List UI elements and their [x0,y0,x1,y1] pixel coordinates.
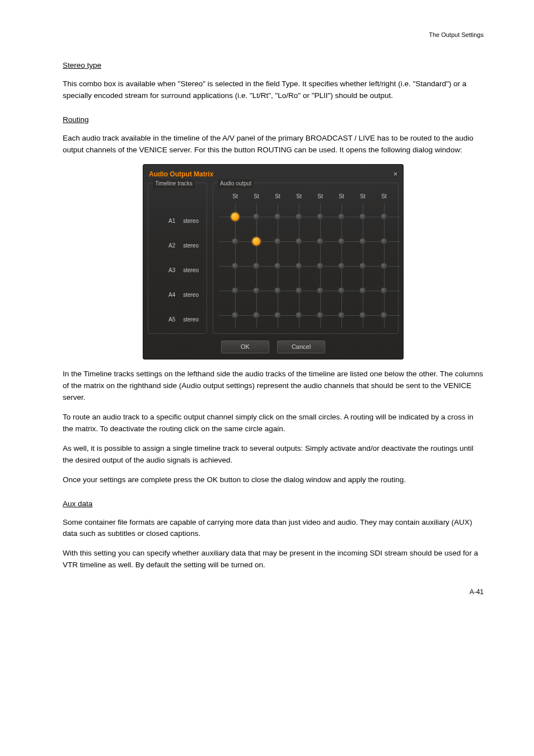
matrix-node[interactable] [296,263,302,269]
close-icon[interactable]: × [394,171,397,178]
matrix-node[interactable] [296,287,302,294]
matrix-node[interactable] [232,287,238,294]
track-id: A2 [168,241,175,250]
paragraph-routing-click: To route an audio track to a specific ou… [63,412,484,435]
matrix-node[interactable] [232,263,238,269]
paragraph-aux-2: With this setting you can specify whethe… [63,548,484,571]
output-column-header: St [246,192,267,201]
output-column-header: St [352,192,373,201]
matrix-node[interactable] [359,312,366,319]
paragraph-routing-intro: Each audio track available in the timeli… [63,133,484,156]
matrix-node[interactable] [274,238,281,245]
matrix-node[interactable] [381,263,387,269]
matrix-node[interactable] [253,312,260,319]
matrix-node[interactable] [338,287,345,294]
matrix-node[interactable] [296,213,302,220]
matrix-node[interactable] [232,312,238,319]
matrix-node[interactable] [232,238,238,245]
matrix-node[interactable] [381,287,387,294]
matrix-node[interactable] [317,263,324,269]
paragraph-multi-output: As well, it is possible to assign a sing… [63,443,484,466]
matrix-node[interactable] [317,213,324,220]
track-row: A5stereo [152,307,203,332]
matrix-node[interactable] [381,312,387,319]
timeline-tracks-legend: Timeline tracks [153,179,195,188]
matrix-node[interactable] [359,263,366,269]
matrix-node[interactable] [381,238,387,245]
output-column-header: St [373,192,395,201]
matrix-node[interactable] [274,263,281,269]
matrix-node[interactable] [274,312,281,319]
heading-stereo-type: Stereo type [63,60,484,72]
matrix-node[interactable] [274,213,281,220]
track-row: A2stereo [152,234,203,258]
matrix-node-active[interactable] [231,212,240,221]
track-id: A5 [168,315,175,324]
heading-aux-data: Aux data [63,498,484,510]
matrix-node[interactable] [381,213,387,220]
audio-output-panel: Audio output StStStStStStStSt [213,183,399,334]
dialog-window: Audio Output Matrix × Timeline tracks A1… [143,164,404,360]
matrix-node[interactable] [359,213,366,220]
audio-output-legend: Audio output [218,179,254,188]
track-id: A1 [168,217,175,226]
timeline-tracks-panel: Timeline tracks A1stereoA2stereoA3stereo… [148,183,207,334]
matrix-node[interactable] [317,312,324,319]
matrix-node[interactable] [317,287,324,294]
dialog-title: Audio Output Matrix [149,169,213,180]
track-row: A3stereo [152,258,203,283]
page-header-right: The Output Settings [63,30,484,40]
cancel-button[interactable]: Cancel [277,340,325,353]
matrix-node[interactable] [274,287,281,294]
matrix-node[interactable] [296,238,302,245]
track-type: stereo [183,217,199,226]
ok-button[interactable]: OK [221,340,269,353]
paragraph-stereo-type: This combo box is available when "Stereo… [63,78,484,102]
audio-output-matrix-screenshot: Audio Output Matrix × Timeline tracks A1… [143,164,404,360]
matrix-node[interactable] [296,312,302,319]
matrix-node-active[interactable] [252,237,261,245]
matrix-node[interactable] [338,213,345,220]
track-row: A1stereo [152,209,203,234]
matrix-node[interactable] [359,287,366,294]
output-column-header: St [310,192,331,201]
matrix-node[interactable] [253,263,260,269]
paragraph-matrix-explain: In the Timeline tracks settings on the l… [63,368,484,404]
heading-routing: Routing [63,114,484,126]
matrix-node[interactable] [338,312,345,319]
matrix-node[interactable] [253,287,260,294]
output-column-header: St [267,192,288,201]
paragraph-ok-apply: Once your settings are complete press th… [63,474,484,486]
track-type: stereo [183,241,199,250]
matrix-node[interactable] [338,263,345,269]
track-type: stereo [183,315,199,324]
track-id: A4 [168,291,175,300]
output-column-header: St [288,192,310,201]
matrix-node[interactable] [253,213,260,220]
track-type: stereo [183,291,199,300]
track-row: A4stereo [152,283,203,307]
matrix-node[interactable] [317,238,324,245]
track-id: A3 [168,266,175,275]
track-type: stereo [183,266,199,275]
matrix-node[interactable] [338,238,345,245]
matrix-node[interactable] [359,238,366,245]
page-number: A-41 [63,587,484,598]
output-column-header: St [224,192,246,201]
output-column-header: St [331,192,352,201]
paragraph-aux-1: Some container file formats are capable … [63,517,484,540]
